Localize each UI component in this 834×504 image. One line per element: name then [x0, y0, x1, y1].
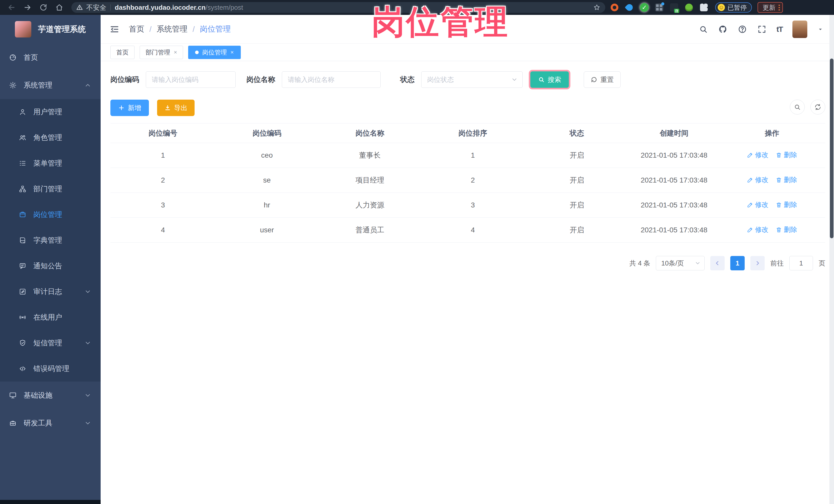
delete-link[interactable]: 删除: [775, 200, 797, 209]
forward-icon[interactable]: [23, 3, 32, 12]
sidebar-item-online[interactable]: 在线用户: [0, 305, 101, 330]
tag-tab-bar: 首页部门管理×岗位管理×: [101, 44, 834, 61]
avatar[interactable]: [792, 21, 807, 38]
user-icon: [19, 108, 27, 116]
toolbar: 新增 导出: [110, 100, 825, 116]
edit-link[interactable]: 修改: [747, 200, 768, 209]
search-button[interactable]: 搜索: [530, 71, 569, 88]
close-icon[interactable]: ×: [231, 49, 234, 56]
gear-icon: [9, 81, 17, 89]
breadcrumb-separator: /: [149, 25, 151, 34]
extension-green-check-icon[interactable]: ✓: [639, 2, 650, 13]
sidebar-item-role[interactable]: 角色管理: [0, 125, 101, 151]
chevron-up-icon: [84, 82, 91, 89]
add-button[interactable]: 新增: [110, 100, 149, 116]
prev-page-icon[interactable]: [710, 256, 725, 270]
chevron-down-icon: [84, 419, 91, 427]
kebab-menu-icon[interactable]: [778, 5, 780, 10]
breadcrumb-system[interactable]: 系统管理: [157, 24, 188, 35]
sidebar-fold-icon[interactable]: [109, 24, 119, 35]
sidebar-item-errcode[interactable]: 错误码管理: [0, 356, 101, 381]
sidebar-item-infra[interactable]: 基础设施: [0, 381, 101, 409]
scrollbar-thumb[interactable]: [830, 59, 833, 238]
sidebar-item-post[interactable]: 岗位管理: [0, 202, 101, 227]
breadcrumb-home[interactable]: 首页: [129, 24, 144, 35]
sidebar-item-devtool[interactable]: 研发工具: [0, 409, 101, 437]
back-icon[interactable]: [7, 3, 16, 12]
reset-button[interactable]: 重置: [584, 71, 621, 88]
status-select[interactable]: 岗位状态: [421, 71, 523, 88]
column-header: 操作: [719, 128, 825, 138]
breadcrumb-separator: /: [193, 25, 195, 34]
delete-link[interactable]: 删除: [775, 151, 797, 159]
edit-label: 修改: [755, 200, 768, 209]
bookmark-star-icon[interactable]: [593, 4, 601, 11]
next-page-icon[interactable]: [750, 256, 765, 270]
users-icon: [19, 133, 27, 142]
extension-puzzle-icon[interactable]: [698, 2, 709, 13]
edit-link[interactable]: 修改: [747, 225, 768, 234]
security-label[interactable]: 不安全: [86, 3, 106, 12]
tab-部门管理[interactable]: 部门管理×: [140, 46, 183, 59]
logo-row[interactable]: 芋道管理系统: [0, 15, 101, 44]
page-scrollbar[interactable]: [829, 15, 834, 504]
url-bar[interactable]: 不安全 dashboard.yudao.iocoder.cn/system/po…: [71, 2, 605, 13]
sidebar-item-label: 部门管理: [34, 184, 62, 194]
sidebar-item-notice[interactable]: 通知公告: [0, 253, 101, 279]
table-cell-actions: 修改删除: [719, 200, 825, 210]
sidebar-item-system[interactable]: 系统管理: [0, 71, 101, 99]
browser-update-button[interactable]: 更新: [758, 2, 783, 13]
page-size-select[interactable]: 10条/页: [656, 256, 705, 270]
name-input[interactable]: [282, 71, 381, 88]
reload-icon[interactable]: [39, 3, 48, 12]
sidebar-item-dept[interactable]: 部门管理: [0, 176, 101, 202]
column-header: 状态: [524, 128, 629, 138]
column-header: 岗位排序: [421, 128, 524, 138]
github-icon[interactable]: [718, 24, 728, 34]
table-cell-actions: 修改删除: [719, 175, 825, 185]
export-button[interactable]: 导出: [157, 100, 195, 116]
magnifier-toggle-icon[interactable]: [790, 100, 805, 114]
edit-link[interactable]: 修改: [747, 151, 768, 159]
code-input[interactable]: [146, 71, 236, 88]
delete-link[interactable]: 删除: [775, 225, 797, 234]
tab-岗位管理[interactable]: 岗位管理×: [188, 46, 241, 59]
fullscreen-icon[interactable]: [757, 24, 767, 34]
edit-link[interactable]: 修改: [747, 175, 768, 184]
caret-down-icon[interactable]: [817, 26, 824, 32]
sidebar-item-audit[interactable]: 审计日志: [0, 279, 101, 305]
sidebar-item-sms[interactable]: 短信管理: [0, 330, 101, 356]
delete-link[interactable]: 删除: [775, 175, 797, 184]
sidebar-item-label: 审计日志: [34, 287, 62, 297]
logo-image: [15, 21, 31, 38]
page-number-button[interactable]: 1: [730, 256, 745, 270]
tab-首页[interactable]: 首页: [110, 46, 134, 59]
sidebar-item-user[interactable]: 用户管理: [0, 99, 101, 125]
table-cell: se: [215, 176, 318, 184]
extension-green-bug-icon[interactable]: [683, 2, 695, 13]
add-button-label: 新增: [128, 104, 141, 112]
goto-page-input[interactable]: [789, 256, 813, 270]
extension-blue-drop-icon[interactable]: [624, 2, 635, 13]
sidebar-item-home[interactable]: 首页: [0, 44, 101, 71]
extension-files-icon[interactable]: 微: [668, 2, 680, 13]
home-icon[interactable]: [55, 3, 64, 12]
table-cell: ceo: [215, 151, 318, 159]
extension-grid-icon[interactable]: [654, 2, 665, 13]
extension-orange-ring-icon[interactable]: [609, 2, 620, 13]
close-icon[interactable]: ×: [174, 49, 177, 56]
status-select-placeholder: 岗位状态: [427, 75, 454, 84]
table-cell-actions: 修改删除: [719, 225, 825, 235]
help-icon[interactable]: [738, 24, 747, 34]
sidebar-item-label: 基础设施: [24, 391, 52, 400]
status-label: 状态: [400, 75, 415, 85]
sidebar-item-dict[interactable]: 字典管理: [0, 227, 101, 253]
profile-paused-pill[interactable]: ☺ 已暂停: [715, 2, 752, 13]
search-icon[interactable]: [699, 24, 708, 34]
breadcrumb-current[interactable]: 岗位管理: [200, 24, 231, 35]
sidebar-item-menu[interactable]: 菜单管理: [0, 151, 101, 176]
refresh-icon[interactable]: [810, 100, 825, 114]
table-cell: user: [215, 226, 318, 234]
plus-icon: [118, 105, 125, 111]
font-size-icon[interactable]: tT: [776, 25, 783, 34]
